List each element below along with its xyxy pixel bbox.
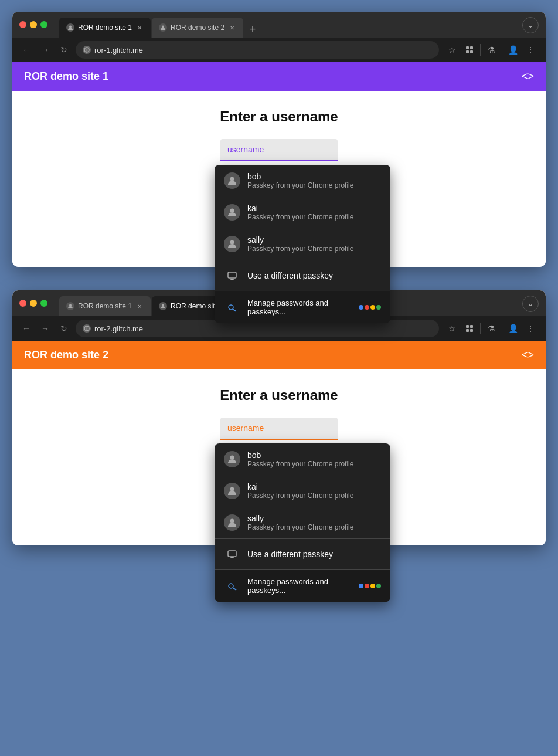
star-button[interactable]: ☆ — [444, 42, 460, 58]
passkey-sub-bob: Passkey from your Chrome profile — [247, 181, 353, 189]
site-header-1: ROR demo site 1 <> — [12, 62, 546, 91]
new-tab-button[interactable]: + — [244, 21, 261, 38]
manage-icon-1 — [224, 299, 240, 316]
manage-passwords-2[interactable]: Manage passwords and passkeys... — [215, 569, 390, 602]
passkey-info-bob-2: bob Passkey from your Chrome profile — [247, 450, 353, 468]
svg-rect-21 — [466, 329, 469, 332]
use-different-passkey[interactable]: Use a different passkey — [215, 260, 390, 291]
svg-point-8 — [230, 177, 234, 181]
svg-point-25 — [230, 519, 234, 523]
tab-close-1[interactable]: ✕ — [135, 23, 144, 32]
passkey-item-bob[interactable]: bob Passkey from your Chrome profile — [215, 165, 390, 196]
passkey-item-kai[interactable]: kai Passkey from your Chrome profile — [215, 196, 390, 228]
username-input-1[interactable] — [220, 139, 338, 161]
passkey-user-icon-kai-2 — [224, 483, 240, 499]
address-actions-2: ☆ ⚗ 👤 ⋮ — [444, 320, 539, 337]
svg-point-13 — [229, 305, 233, 310]
back-button-2[interactable]: ← — [19, 321, 33, 335]
svg-rect-6 — [466, 50, 469, 53]
passkey-name-sally-2: sally — [247, 514, 353, 523]
profile-button-2[interactable]: 👤 — [505, 320, 521, 337]
profile-button[interactable]: 👤 — [505, 42, 521, 58]
svg-rect-22 — [470, 329, 473, 332]
close-button[interactable] — [19, 21, 26, 28]
tab-close-3[interactable]: ✕ — [135, 302, 144, 310]
svg-point-23 — [230, 456, 234, 460]
page-content-2: Enter a username bob Passkey from your C… — [12, 369, 546, 545]
svg-text:i: i — [86, 327, 87, 331]
passkey-item-sally[interactable]: sally Passkey from your Chrome profile — [215, 228, 390, 260]
tab-dropdown-button-2[interactable]: ⌄ — [522, 296, 539, 312]
menu-button-2[interactable]: ⋮ — [522, 320, 539, 337]
passkey-item-kai-2[interactable]: kai Passkey from your Chrome profile — [215, 475, 390, 507]
minimize-button-2[interactable] — [30, 300, 37, 307]
tab-dropdown-button[interactable]: ⌄ — [522, 17, 539, 33]
back-button[interactable]: ← — [19, 43, 33, 57]
passkey-name-bob-2: bob — [247, 450, 353, 460]
tab-title-2: ROR demo site 2 — [171, 23, 224, 32]
tab-title-1: ROR demo site 1 — [78, 23, 132, 32]
passkey-name-sally: sally — [247, 235, 353, 245]
address-input-wrap[interactable]: i ror-1.glitch.me — [76, 41, 439, 59]
passkey-sub-kai-2: Passkey from your Chrome profile — [247, 491, 353, 500]
divider-4 — [502, 323, 502, 334]
use-different-passkey-2[interactable]: Use a different passkey — [215, 539, 390, 569]
traffic-lights-1 — [12, 15, 55, 34]
passkey-user-icon-sally-2 — [224, 514, 240, 531]
passkey-name-kai-2: kai — [247, 482, 353, 491]
passkey-dropdown-1: bob Passkey from your Chrome profile kai… — [215, 165, 390, 323]
svg-point-1 — [162, 26, 164, 28]
address-url-2[interactable]: ror-2.glitch.me — [94, 324, 143, 333]
page-heading-2: Enter a username — [24, 387, 534, 404]
use-different-passkey-label: Use a different passkey — [247, 271, 333, 280]
tab-ror-demo-1-active[interactable]: ROR demo site 1 ✕ — [59, 18, 151, 38]
site-title-1: ROR demo site 1 — [24, 70, 108, 83]
star-button-2[interactable]: ☆ — [444, 320, 460, 337]
tab-favicon-4 — [159, 302, 167, 310]
tab-close-2[interactable]: ✕ — [228, 23, 236, 32]
passkey-info-kai-2: kai Passkey from your Chrome profile — [247, 482, 353, 500]
code-icon-2[interactable]: <> — [522, 349, 534, 361]
fullscreen-button-2[interactable] — [40, 300, 47, 307]
passkey-user-icon-sally — [224, 236, 240, 252]
passkey-info-bob: bob Passkey from your Chrome profile — [247, 172, 353, 189]
fullscreen-button[interactable] — [40, 21, 47, 28]
address-url[interactable]: ror-1.glitch.me — [94, 46, 143, 55]
svg-rect-5 — [470, 46, 473, 49]
forward-button-2[interactable]: → — [38, 321, 52, 335]
site-security-icon-2: i — [83, 324, 91, 333]
passkey-item-sally-2[interactable]: sally Passkey from your Chrome profile — [215, 507, 390, 538]
passkey-user-icon-bob — [224, 172, 240, 189]
refresh-button-2[interactable]: ↻ — [57, 321, 71, 335]
svg-rect-11 — [228, 272, 236, 278]
svg-rect-26 — [228, 551, 236, 557]
manage-passwords-1[interactable]: Manage passwords and passkeys... — [215, 291, 390, 323]
passkey-sub-kai: Passkey from your Chrome profile — [247, 213, 353, 221]
extensions-button-2[interactable] — [461, 320, 478, 337]
refresh-button[interactable]: ↻ — [57, 43, 71, 57]
forward-button[interactable]: → — [38, 43, 52, 57]
device-icon-2 — [224, 546, 240, 562]
username-input-2[interactable] — [220, 418, 338, 440]
passkey-sub-sally: Passkey from your Chrome profile — [247, 245, 353, 253]
passkey-info-kai: kai Passkey from your Chrome profile — [247, 204, 353, 221]
manage-passwords-text-1: Manage passwords and passkeys... — [247, 299, 352, 316]
flask-button-2[interactable]: ⚗ — [483, 320, 499, 337]
extensions-button[interactable] — [461, 42, 478, 58]
svg-rect-7 — [470, 50, 473, 53]
tab-ror-demo-1-b[interactable]: ROR demo site 1 ✕ — [59, 296, 151, 316]
svg-point-24 — [230, 487, 234, 491]
menu-button[interactable]: ⋮ — [522, 42, 539, 58]
close-button-2[interactable] — [19, 300, 26, 307]
passkey-info-sally: sally Passkey from your Chrome profile — [247, 235, 353, 253]
tab-ror-demo-2[interactable]: ROR demo site 2 ✕ — [152, 18, 243, 38]
divider-1 — [480, 44, 481, 56]
passkey-dropdown-2: bob Passkey from your Chrome profile kai… — [215, 443, 390, 602]
flask-button[interactable]: ⚗ — [483, 42, 499, 58]
code-icon-1[interactable]: <> — [522, 70, 534, 83]
browser-chrome-1: ROR demo site 1 ✕ ROR demo site 2 ✕ + ⌄ … — [12, 12, 546, 62]
passkey-item-bob-2[interactable]: bob Passkey from your Chrome profile — [215, 443, 390, 475]
passkey-sub-sally-2: Passkey from your Chrome profile — [247, 523, 353, 531]
page-heading-1: Enter a username — [24, 109, 534, 125]
minimize-button[interactable] — [30, 21, 37, 28]
